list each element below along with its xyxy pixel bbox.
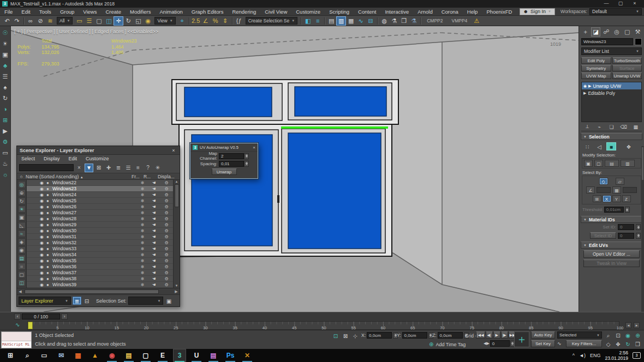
menu-group[interactable]: Group — [56, 8, 79, 15]
isolate-selection-icon[interactable]: ⊡ — [332, 333, 339, 340]
eye-icon[interactable]: ◉ — [39, 240, 45, 245]
open-uv-editor-button[interactable]: Open UV Editor ... — [583, 250, 640, 258]
lock-cell-editing-icon[interactable]: ⊠ — [94, 164, 103, 172]
display-column-header[interactable]: Displa... — [158, 174, 180, 179]
vertical-scrollbar[interactable]: ▲ ▼ — [173, 180, 180, 288]
zoom-extents-icon[interactable]: ◉ — [623, 331, 633, 340]
select-and-link-icon[interactable]: ∞ — [26, 16, 35, 26]
previous-frame-button[interactable]: ‹ — [14, 313, 21, 319]
menu-interactive[interactable]: Interactive — [380, 8, 413, 15]
orbit-icon[interactable]: ↻ — [623, 340, 633, 348]
freeze-icon[interactable]: ❄ — [137, 258, 148, 263]
modifier-button-unwrap-uvw[interactable]: Unwrap UVW — [612, 73, 642, 79]
explorer-menu-customize[interactable]: Customize — [81, 155, 114, 163]
hand-icon[interactable]: ☚ — [148, 252, 160, 257]
explorer-menu-edit[interactable]: Edit — [64, 155, 82, 163]
eye-icon[interactable]: ◉ — [39, 252, 45, 257]
scrollbar-thumb[interactable] — [25, 289, 159, 294]
language-indicator[interactable]: ENG — [590, 353, 601, 358]
show-end-result-icon[interactable]: ⌁ — [595, 124, 603, 130]
make-unique-icon[interactable]: ❏ — [607, 124, 615, 130]
angle-snap-icon[interactable]: ∠ — [201, 16, 211, 26]
modify-tab[interactable]: ◪ — [591, 27, 600, 37]
search-icon[interactable]: ⌕ — [21, 349, 34, 362]
menu-rendering[interactable]: Rendering — [228, 8, 260, 15]
select-loop-icon[interactable]: ▤ — [605, 160, 619, 167]
selection-column-icon[interactable]: ○ — [17, 174, 26, 179]
freeze-icon[interactable]: ❄ — [137, 216, 148, 221]
x-axis-button[interactable]: X — [603, 195, 611, 202]
workspace-dropdown[interactable]: Default ▼ — [589, 8, 642, 15]
gear-icon[interactable]: ⚙ — [160, 252, 173, 257]
set-key-button[interactable]: Set Key — [531, 340, 555, 347]
freeze-icon[interactable]: ❄ — [137, 192, 148, 197]
edit-uvs-rollout-header[interactable]: ▼ Edit UVs — [581, 242, 642, 249]
layer-row-windows29[interactable]: ◉●Windows29❄☚⚙ — [27, 222, 173, 228]
layer-row-windows36[interactable]: ◉●Windows36❄☚⚙ — [27, 264, 173, 270]
freeze-icon[interactable]: ❄ — [137, 240, 148, 245]
play-button-icon[interactable]: ▶ — [493, 331, 500, 339]
freeze-icon[interactable]: ❄ — [137, 246, 148, 251]
pick-object-icon[interactable]: ? — [144, 164, 152, 172]
large-plus-button[interactable]: ＋ — [514, 331, 529, 347]
sign-in-button[interactable]: ☻ Sign In ▼ — [520, 8, 555, 15]
task-view-icon[interactable]: ▭ — [38, 349, 51, 362]
select-id-field[interactable]: 0 — [618, 233, 634, 239]
threshold-field[interactable]: 0,01cm — [604, 207, 624, 213]
time-scrubber[interactable] — [28, 322, 33, 329]
maxscript-mini-listener[interactable]: MAXScript Mi — [1, 331, 32, 348]
eye-icon[interactable]: ◉ — [39, 192, 45, 197]
named-sets-dropdown[interactable]: Create Selection Se▼ — [246, 17, 298, 25]
hand-icon[interactable]: ☚ — [148, 198, 160, 203]
eye-icon[interactable]: ◉ — [583, 84, 587, 88]
gear-icon[interactable]: ⚙ — [160, 276, 173, 281]
toggle-layer-explorer-icon[interactable]: ▥ — [336, 16, 346, 26]
polygon-mode-icon[interactable]: ■ — [606, 142, 616, 150]
hand-icon[interactable]: ☚ — [148, 192, 160, 197]
pick-new-parent-icon[interactable]: ✚ — [104, 164, 113, 172]
scene-explorer-titlebar[interactable]: Scene Explorer - Layer Explorer × — [17, 146, 180, 155]
motion-tab[interactable]: ◎ — [612, 27, 622, 37]
snaps-toggle-icon[interactable]: 2.5 — [191, 16, 201, 26]
clear-search-icon[interactable]: × — [75, 164, 84, 172]
display-all-icon[interactable]: ◎ — [18, 181, 26, 188]
warning-icon[interactable]: ⚠ — [472, 16, 481, 26]
scroll-down-icon[interactable]: ▼ — [175, 284, 178, 287]
gear-icon[interactable]: ⚙ — [160, 180, 173, 185]
frozen-column-header[interactable]: Fr... — [132, 174, 144, 179]
frame-indicator[interactable]: 0 / 100 — [22, 313, 60, 319]
close-icon[interactable]: × — [170, 148, 177, 153]
gear-icon[interactable]: ⚙ — [160, 186, 173, 191]
freeze-icon[interactable]: ❄ — [137, 264, 148, 269]
display-helpers-icon[interactable]: ◺ — [18, 222, 26, 229]
close-button[interactable]: × — [628, 0, 642, 8]
tree-icon[interactable]: ♣ — [1, 61, 10, 70]
modifier-button-uvw-map[interactable]: UVW Map — [581, 73, 611, 79]
menu-graph-editors[interactable]: Graph Editors — [187, 8, 228, 15]
gear-icon[interactable]: ⚙ — [160, 210, 173, 215]
display-frozen-icon[interactable]: ◫ — [18, 279, 26, 286]
scrollbar-thumb[interactable] — [175, 184, 179, 207]
modifier-list-dropdown[interactable]: Modifier List ▼ — [581, 47, 642, 55]
select-id-spinner[interactable] — [636, 233, 641, 239]
eye-icon[interactable]: ◉ — [39, 216, 45, 221]
x-coordinate-field[interactable]: 0,0cm — [367, 332, 392, 339]
pan-icon[interactable]: ✥ — [613, 340, 623, 348]
name-column-header[interactable]: Name (Sorted Ascending) ▲ — [26, 174, 132, 179]
map-channel-field[interactable]: 2 — [219, 153, 244, 159]
freeze-icon[interactable]: ❄ — [137, 186, 148, 191]
stack-item-editable-poly[interactable]: ▶Editable Poly — [582, 89, 641, 96]
layer-row-windows24[interactable]: ◉●Windows24❄☚⚙ — [27, 192, 173, 198]
gear-icon[interactable]: ⚙ — [160, 240, 173, 245]
highlight-icon[interactable]: ✳ — [153, 164, 162, 172]
plane-icon[interactable]: ▭ — [1, 148, 10, 157]
object-color-swatch[interactable] — [635, 38, 642, 45]
expand-arrow-icon[interactable]: ▶ — [588, 84, 591, 88]
display-materials-icon[interactable]: ▤ — [18, 255, 26, 262]
layer-row-windows38[interactable]: ◉●Windows38❄☚⚙ — [27, 276, 173, 282]
expand-arrow-icon[interactable]: ▶ — [583, 91, 586, 95]
key-filters-button[interactable]: Key Filters... — [566, 340, 602, 347]
spinner-snap-icon[interactable]: ⇕ — [220, 16, 230, 26]
layer-row-windows28[interactable]: ◉●Windows28❄☚⚙ — [27, 216, 173, 222]
next-frame-button[interactable]: › — [61, 313, 68, 319]
